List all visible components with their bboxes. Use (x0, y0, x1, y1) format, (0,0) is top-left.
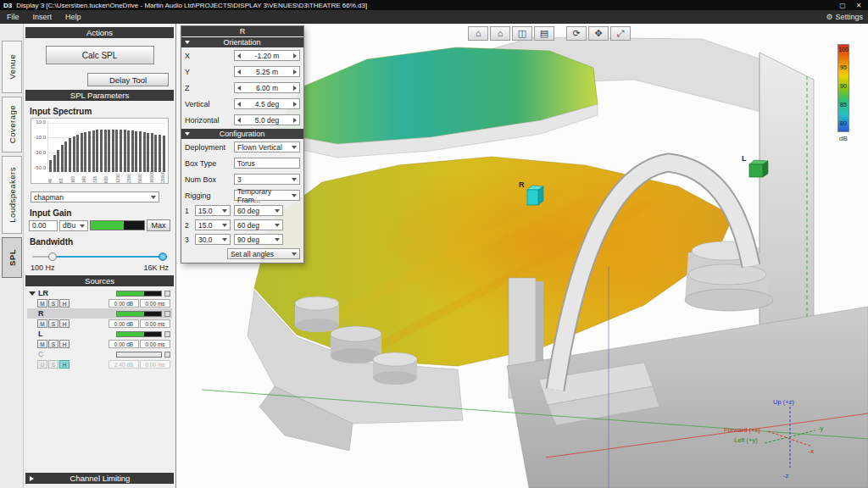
z-position-spinner[interactable]: 6.00 m (234, 82, 300, 93)
rigging-dropdown[interactable]: Temporary Fram... (234, 190, 300, 201)
increment-icon[interactable] (293, 86, 297, 91)
orientation-header[interactable]: Orientation (181, 37, 303, 47)
settings-button[interactable]: ⚙ Settings (821, 13, 868, 21)
vertical-angle-spinner[interactable]: 4.5 deg (234, 98, 300, 109)
solo-button[interactable]: S (48, 340, 58, 348)
angle-dropdown-1[interactable]: 60 deg (234, 205, 283, 216)
view-home-icon[interactable]: ⌂ (490, 26, 510, 41)
maximize-button[interactable]: ▢ (837, 2, 849, 9)
tab-coverage[interactable]: Coverage (2, 97, 22, 152)
source-name[interactable]: R (38, 309, 44, 318)
solo-button[interactable]: S (48, 299, 58, 308)
panel-title[interactable]: R (181, 26, 303, 36)
source-options-button[interactable] (164, 331, 170, 337)
angle-dropdown-2[interactable]: 60 deg (234, 219, 283, 230)
source-options-button[interactable] (164, 291, 170, 297)
preset-dropdown[interactable]: chapman (31, 191, 159, 202)
splay-dropdown-3[interactable]: 30.0 (195, 234, 231, 245)
mute-button[interactable]: U (37, 360, 47, 369)
deployment-dropdown[interactable]: Flown Vertical (234, 141, 300, 152)
chevron-down-icon (222, 224, 227, 230)
box-type-dropdown[interactable]: Torus (234, 158, 300, 169)
source-options-button[interactable] (164, 311, 170, 317)
mute-button[interactable]: M (37, 340, 47, 348)
calc-spl-button[interactable]: Calc SPL (46, 46, 154, 64)
bandwidth-label: Bandwidth (30, 237, 170, 247)
collapse-icon[interactable] (29, 291, 36, 296)
slider-active-range (51, 256, 164, 258)
solo-button[interactable]: S (48, 360, 58, 369)
set-all-angles-dropdown[interactable]: Set all angles (227, 248, 300, 259)
mute-button[interactable]: M (37, 319, 47, 328)
y-position-spinner[interactable]: 5.25 m (234, 66, 300, 77)
bandwidth-low-handle[interactable] (48, 252, 57, 261)
view-front-icon[interactable]: ⌂ (468, 26, 488, 41)
angle-row-2: 2 15.0 60 deg (181, 218, 303, 232)
x-position-spinner[interactable]: -1.20 m (234, 50, 300, 61)
legend-tick: 90 (838, 83, 849, 89)
spl-color-scale: 100 95 90 85 80 (837, 44, 849, 132)
tab-venue[interactable]: Venue (2, 41, 22, 93)
delay-tool-button[interactable]: Delay Tool (87, 73, 169, 86)
chevron-down-icon (275, 238, 280, 244)
input-gain-label: Input Gain (30, 208, 170, 218)
menu-help[interactable]: Help (58, 10, 88, 24)
hide-button[interactable]: H (59, 319, 70, 328)
gain-input[interactable]: 0.00 (29, 220, 58, 231)
horizontal-angle-row: Horizontal 5.0 deg (181, 112, 303, 128)
bandwidth-high-handle[interactable] (159, 252, 167, 261)
source-name[interactable]: L (38, 330, 43, 338)
hide-button[interactable]: H (59, 340, 70, 348)
gain-unit-dropdown[interactable]: dBu (59, 220, 88, 231)
channel-limiting-bar[interactable]: Channel Limiting (25, 473, 174, 484)
source-options-button[interactable] (164, 352, 170, 358)
splay-dropdown-1[interactable]: 15.0 (195, 205, 231, 216)
close-button[interactable]: ✕ (853, 2, 865, 9)
source-name[interactable]: C (38, 350, 44, 358)
splay-dropdown-2[interactable]: 15.0 (195, 219, 231, 230)
angle-dropdown-3[interactable]: 90 deg (234, 234, 283, 245)
increment-icon[interactable] (293, 118, 297, 123)
configuration-header[interactable]: Configuration (181, 129, 303, 139)
increment-icon[interactable] (293, 53, 297, 58)
preset-value: chapman (34, 193, 64, 202)
spl-legend: 100 95 90 85 80 dB (834, 44, 853, 142)
source-delay[interactable]: 0.00 ms (140, 299, 170, 308)
pan-view-icon[interactable]: ✥ (588, 26, 609, 41)
gear-icon: ⚙ (826, 13, 832, 21)
legend-tick: 95 (838, 64, 849, 70)
tab-loudspeakers[interactable]: Loudspeakers (2, 156, 22, 234)
rigging-row: Rigging Temporary Fram... (181, 187, 303, 203)
box-type-row: Box Type Torus (181, 155, 303, 171)
speaker-l-label: L (742, 154, 747, 163)
source-delay[interactable]: 0.00 ms (140, 360, 170, 369)
horizontal-angle-spinner[interactable]: 5.0 deg (234, 114, 300, 125)
rotate-view-icon[interactable]: ⟳ (566, 26, 587, 41)
hide-button[interactable]: H (59, 360, 70, 369)
solo-button[interactable]: S (48, 319, 58, 328)
view-section-icon[interactable]: ◫ (512, 26, 532, 41)
bandwidth-slider[interactable] (32, 252, 167, 262)
chevron-down-icon (151, 196, 156, 202)
source-gain[interactable]: 2.40 dB (108, 360, 139, 369)
menu-file[interactable]: File (0, 10, 26, 24)
source-gain[interactable]: 0.00 dB (108, 299, 139, 308)
mute-button[interactable]: M (37, 299, 47, 308)
tab-spl[interactable]: SPL (2, 237, 22, 278)
spl-panel: Actions Calc SPL Delay Tool SPL Paramete… (24, 24, 176, 488)
max-button[interactable]: Max (147, 219, 170, 231)
num-box-dropdown[interactable]: 3 (234, 174, 300, 185)
source-gain[interactable]: 0.00 dB (108, 340, 139, 348)
source-name[interactable]: LR (38, 289, 48, 297)
hide-button[interactable]: H (59, 299, 70, 308)
source-gain[interactable]: 0.00 dB (108, 319, 139, 328)
screenshot-icon[interactable]: ▤ (534, 26, 554, 41)
increment-icon[interactable] (293, 102, 297, 107)
source-delay[interactable]: 0.00 ms (140, 319, 170, 328)
sources-list: LR M S H 0.00 dB 0.00 ms R (27, 288, 172, 369)
source-delay[interactable]: 0.00 ms (140, 340, 170, 348)
zoom-extents-icon[interactable]: ⤢ (610, 26, 631, 41)
increment-icon[interactable] (293, 69, 297, 75)
menu-insert[interactable]: Insert (26, 10, 59, 24)
spl-parameters-header: SPL Parameters (25, 90, 174, 101)
